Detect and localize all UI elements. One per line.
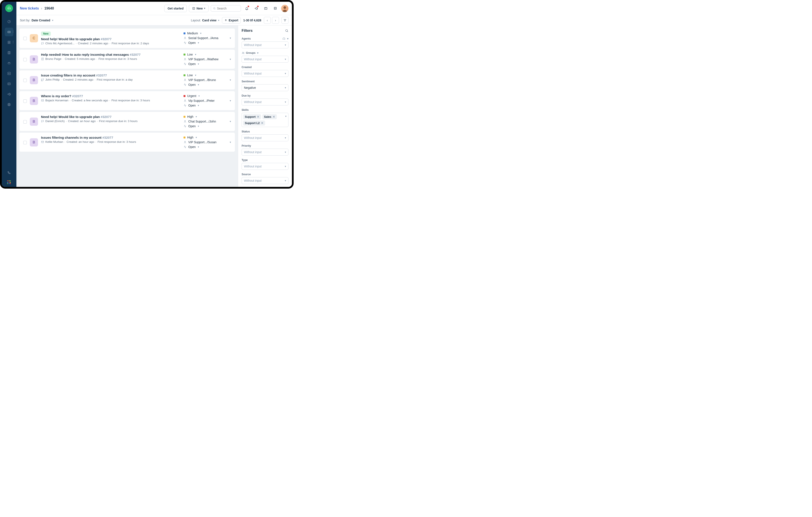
source-icon [41,120,44,123]
filter-dueby-label: Due by [241,94,251,97]
filter-toggle-button[interactable] [282,17,288,24]
export-button[interactable]: Export [222,17,240,24]
assignee-select[interactable]: Vip Support.../Peter ▾ [183,99,231,102]
priority-select[interactable]: Urgent ▾ [183,94,231,98]
ticket-card[interactable]: C New Need help! Would like to upgrade p… [20,29,235,48]
ticket-card[interactable]: B Issues filtering channels in my accoun… [20,133,235,152]
search-icon[interactable] [285,29,288,32]
ticket-checkbox[interactable] [23,79,27,82]
ticket-card[interactable]: B Need help! Would like to upgrade plan … [20,112,235,131]
get-started-button[interactable]: Get started [164,5,187,12]
marketplace-icon[interactable] [271,5,279,12]
priority-dot [183,116,185,118]
filter-skills-select[interactable]: ▾ Support ✕Sales ✕Support L2 ✕ [241,113,288,127]
filter-created-select[interactable]: Without input▾ [241,70,288,77]
breadcrumb-id: 19640 [44,6,54,10]
new-button[interactable]: New ▾ [189,5,208,12]
ticket-title[interactable]: Need help! Would like to upgrade plan #3… [41,115,183,118]
nav-knowledge[interactable] [5,48,13,57]
remove-tag-icon[interactable]: ✕ [273,115,275,118]
pagination-text: 1-30 0f 4,628 [243,19,261,22]
status-value: Open [188,125,196,128]
filter-type-select[interactable]: Without input▾ [241,163,288,170]
ticket-card[interactable]: B Where is my order? #32077 Bojack Horse… [20,91,235,110]
ticket-checkbox[interactable] [23,58,27,61]
filter-dueby-select[interactable]: Without input▾ [241,99,288,105]
notifications-icon[interactable] [243,5,251,12]
nav-settings[interactable] [5,100,13,109]
nav-bot[interactable] [5,59,13,67]
nav-social[interactable] [5,80,13,88]
priority-value: Low [187,53,193,56]
remove-tag-icon[interactable]: ✕ [257,115,259,118]
assignee-select[interactable]: Social Support.../Anna ▾ [183,36,231,40]
ticket-title[interactable]: Need help! Would like to upgrade plan #3… [41,37,183,41]
filters-panel: Filters Agents ▾ Without input▾ [238,26,292,187]
ticket-created: Created: 2 minutes ago [63,78,93,81]
ticket-checkbox[interactable] [23,99,27,103]
search-input[interactable] [217,7,238,10]
breadcrumb-new-tickets[interactable]: New tickets [20,6,39,10]
nav-dashboard[interactable] [5,17,13,26]
status-select[interactable]: Open ▾ [183,83,231,86]
ticket-card[interactable]: B Help needed! How to auto reply incomin… [20,50,235,69]
ticket-title[interactable]: Issues filtering channels in my account … [41,136,183,139]
filter-status-select[interactable]: Without input▾ [241,134,288,141]
assignee-select[interactable]: VIP Support.../Mathew ▾ [183,57,231,61]
app-logo[interactable] [5,4,13,12]
ticket-checkbox[interactable] [23,141,27,144]
chevron-down-icon: ▾ [200,32,201,35]
priority-select[interactable]: Low ▾ [183,74,231,77]
notification-dot [257,6,259,7]
svg-point-10 [213,7,215,9]
ticket-author: Kellie Murban [45,140,63,143]
filter-source-select[interactable]: Without input▾ [241,177,288,184]
priority-select[interactable]: High ▾ [183,136,231,139]
sort-by-control[interactable]: Sort by: Date Created ▾ [20,19,53,22]
nav-phone[interactable] [5,168,13,177]
chevron-down-icon: ▾ [218,19,219,22]
apps-launcher-icon[interactable] [7,181,11,184]
priority-select[interactable]: High ▾ [183,115,231,118]
notification-dot [248,6,249,7]
status-select[interactable]: Open ▾ [183,125,231,128]
ticket-meta: Bruno Paige · Created: 5 minutes ago · F… [41,57,183,60]
status-select[interactable]: Open ▾ [183,145,231,148]
status-select[interactable]: Open ▾ [183,104,231,107]
announcement-icon[interactable] [253,5,260,12]
ticket-title[interactable]: Help needed! How to auto reply incoming … [41,53,183,56]
remove-tag-icon[interactable]: ✕ [261,121,263,125]
search-input-wrap[interactable] [211,5,241,12]
assignee-value: Chat Support.../John [188,120,216,123]
ticket-title[interactable]: Where is my order? #32077 [41,94,183,98]
nav-tickets[interactable] [5,28,13,36]
ticket-title[interactable]: Issue creating filters in my account #32… [41,74,183,77]
chevron-down-icon: ▾ [230,58,231,61]
pager-prev[interactable]: ‹ [264,17,271,24]
priority-select[interactable]: Low ▾ [183,53,231,56]
nav-announcement[interactable] [5,90,13,99]
priority-select[interactable]: Medium ▾ [183,31,231,35]
filter-agents-select[interactable]: Without input▾ [241,42,288,48]
user-icon [183,99,186,102]
ticket-created: Created: an hour ago [68,119,96,123]
status-select[interactable]: Open ▾ [183,41,231,45]
status-select[interactable]: Open ▾ [183,62,231,66]
assignee-select[interactable]: Chat Support.../John ▾ [183,120,231,123]
help-icon[interactable] [262,5,269,12]
filter-sentiment-select[interactable]: Negative▾ [241,84,288,91]
user-avatar[interactable] [281,5,288,12]
pager-next[interactable]: › [272,17,279,24]
assignee-select[interactable]: VIP Support.../Susan ▾ [183,140,231,144]
nav-contacts[interactable] [5,38,13,47]
layout-control[interactable]: Layout: Card view ▾ [191,19,219,22]
filter-groups-select[interactable]: Without input▾ [241,56,288,63]
filter-priority-select[interactable]: Without input▾ [241,148,288,156]
assignee-select[interactable]: VIP Support.../Bruno ▾ [183,78,231,82]
nav-analytics[interactable] [5,69,13,78]
skill-tag: Sales ✕ [262,114,277,119]
ticket-checkbox[interactable] [23,120,27,124]
ticket-checkbox[interactable] [23,37,27,40]
ticket-card[interactable]: B Issue creating filters in my account #… [20,71,235,89]
status-value: Open [188,62,196,66]
